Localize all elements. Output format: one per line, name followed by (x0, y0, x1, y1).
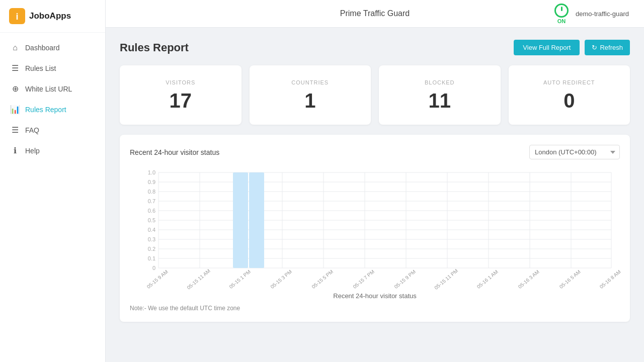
svg-text:05-15 7 PM: 05-15 7 PM (352, 268, 375, 290)
stat-value-blocked: 11 (389, 90, 491, 111)
sidebar-item-label: Dashboard (25, 44, 60, 52)
stats-row: VISITORS 17 COUNTRIES 1 BLOCKED 11 AUTO … (120, 65, 630, 125)
page-header: Rules Report View Full Report ↻ Refresh (120, 40, 630, 55)
nav-menu: ⌂ Dashboard ☰ Rules List ⊕ White List UR… (0, 33, 105, 166)
svg-text:0.1: 0.1 (148, 255, 155, 261)
topbar-title: Prime Traffic Guard (340, 9, 410, 18)
stat-label-blocked: BLOCKED (389, 79, 491, 85)
refresh-button[interactable]: ↻ Refresh (585, 40, 630, 55)
chart-footer-title: Recent 24-hour visitor status (130, 292, 620, 300)
power-icon (554, 4, 569, 18)
bar-1 (233, 172, 248, 268)
svg-text:05-15 3 PM: 05-15 3 PM (269, 268, 293, 290)
chart-card: Recent 24-hour visitor status London (UT… (120, 135, 630, 322)
sidebar-item-rules-report[interactable]: 📊 Rules Report (0, 99, 105, 120)
timezone-dropdown-wrapper: London (UTC+00:00) New York (UTC-05:00) … (529, 145, 620, 159)
timezone-select[interactable]: London (UTC+00:00) New York (UTC-05:00) … (529, 145, 620, 159)
sidebar-item-label: White List URL (25, 85, 72, 93)
sidebar-item-label: FAQ (25, 126, 39, 134)
svg-text:1.0: 1.0 (148, 169, 155, 175)
stat-card-auto-redirect: AUTO REDIRECT 0 (509, 65, 630, 125)
svg-text:0.8: 0.8 (148, 189, 155, 195)
svg-text:0.3: 0.3 (148, 236, 155, 242)
faq-icon: ☰ (10, 125, 20, 135)
chart-title: Recent 24-hour visitor status (130, 148, 219, 156)
header-buttons: View Full Report ↻ Refresh (514, 40, 630, 55)
svg-text:05-15 11 PM: 05-15 11 PM (433, 268, 459, 291)
sidebar-item-label: Rules List (25, 64, 56, 72)
stat-value-auto-redirect: 0 (519, 90, 620, 111)
svg-text:05-15 9 PM: 05-15 9 PM (393, 268, 417, 290)
main-area: Prime Traffic Guard ON demo-traffic-guar… (106, 0, 644, 362)
svg-text:0.6: 0.6 (148, 208, 155, 214)
bar-2 (249, 172, 264, 268)
sidebar-item-faq[interactable]: ☰ FAQ (0, 120, 105, 140)
rules-list-icon: ☰ (10, 63, 20, 73)
svg-text:05-15 5 PM: 05-15 5 PM (310, 268, 334, 290)
sidebar: i JoboApps ⌂ Dashboard ☰ Rules List ⊕ Wh… (0, 0, 106, 362)
content-area: Rules Report View Full Report ↻ Refresh … (106, 28, 644, 362)
stat-card-countries: COUNTRIES 1 (250, 65, 371, 125)
svg-text:0.2: 0.2 (148, 246, 155, 252)
svg-text:05-16 3 AM: 05-16 3 AM (517, 269, 540, 290)
stat-card-blocked: BLOCKED 11 (379, 65, 501, 125)
sidebar-item-whitelist-url[interactable]: ⊕ White List URL (0, 78, 105, 99)
svg-text:05-15 11 AM: 05-15 11 AM (186, 268, 211, 291)
svg-text:0: 0 (152, 265, 155, 271)
chart-header: Recent 24-hour visitor status London (UT… (130, 145, 620, 159)
svg-text:0.7: 0.7 (148, 198, 155, 204)
power-status-label: ON (557, 18, 566, 24)
chart-container: 1.0 0.9 0.8 0.7 0.6 0.5 0.4 0.3 0.2 0.1 … (130, 167, 620, 312)
svg-text:05-16 8 AM: 05-16 8 AM (599, 269, 622, 290)
page-title: Rules Report (120, 41, 189, 54)
dashboard-icon: ⌂ (10, 43, 20, 52)
stat-card-visitors: VISITORS 17 (120, 65, 242, 125)
logo-text: JoboApps (29, 11, 71, 21)
rules-report-icon: 📊 (10, 105, 20, 114)
whitelist-icon: ⊕ (10, 84, 20, 94)
sidebar-item-label: Rules Report (25, 106, 66, 114)
power-button[interactable]: ON (554, 4, 569, 24)
joboapps-logo-icon: i (9, 8, 25, 24)
sidebar-logo: i JoboApps (0, 0, 105, 33)
stat-label-visitors: VISITORS (130, 79, 231, 85)
sidebar-item-dashboard[interactable]: ⌂ Dashboard (0, 38, 105, 58)
sidebar-item-help[interactable]: ℹ Help (0, 140, 105, 161)
svg-text:i: i (16, 12, 18, 22)
sidebar-item-label: Help (25, 147, 40, 155)
sidebar-item-rules-list[interactable]: ☰ Rules List (0, 58, 105, 78)
refresh-icon: ↻ (592, 44, 597, 51)
account-name-label: demo-traffic-guard (576, 10, 629, 18)
chart-note: Note:- We use the default UTC time zone (130, 305, 620, 312)
stat-label-auto-redirect: AUTO REDIRECT (519, 79, 620, 85)
bar-chart-svg: 1.0 0.9 0.8 0.7 0.6 0.5 0.4 0.3 0.2 0.1 … (130, 167, 620, 288)
topbar: Prime Traffic Guard ON demo-traffic-guar… (106, 0, 644, 28)
help-icon: ℹ (10, 146, 20, 155)
svg-text:05-16 5 AM: 05-16 5 AM (558, 269, 582, 290)
refresh-label: Refresh (600, 44, 623, 51)
stat-value-countries: 1 (260, 90, 361, 111)
svg-text:0.5: 0.5 (148, 217, 155, 223)
stat-label-countries: COUNTRIES (260, 79, 361, 85)
svg-text:05-15 9 AM: 05-15 9 AM (146, 269, 169, 290)
view-full-report-button[interactable]: View Full Report (514, 40, 580, 55)
svg-text:05-15 1 PM: 05-15 1 PM (228, 268, 252, 290)
svg-text:05-16 1 AM: 05-16 1 AM (476, 269, 499, 290)
stat-value-visitors: 17 (130, 90, 231, 111)
svg-text:0.4: 0.4 (148, 227, 155, 233)
svg-text:0.9: 0.9 (148, 179, 155, 185)
